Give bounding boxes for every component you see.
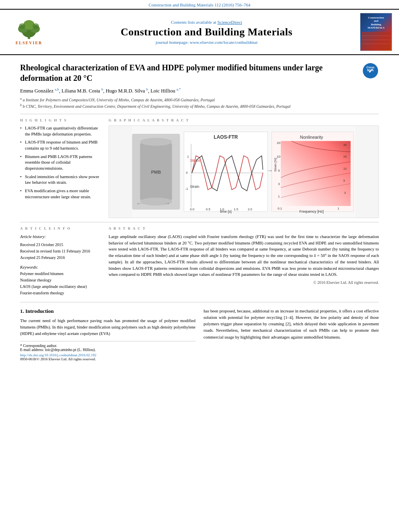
list-item: LAOS (large amplitude oscillatory shear): [20, 283, 101, 290]
svg-text:20: 20: [277, 141, 280, 144]
keywords-title: Keywords:: [20, 265, 101, 269]
svg-text:Frequency [Hz]: Frequency [Hz]: [299, 210, 323, 214]
list-item: Scaled intensities of harmonics show pow…: [20, 174, 101, 186]
svg-text:→: →: [266, 166, 274, 175]
graphical-abstract-image: PMB ← → LAOS-FTR Stress Strain 1 0 -1: [109, 125, 379, 218]
issn-line: 0950-0618/© 2016 Elsevier Ltd. All right…: [20, 357, 195, 361]
svg-text:2.0: 2.0: [248, 207, 253, 211]
svg-text:Cross: Cross: [366, 66, 374, 69]
svg-text:1.5: 1.5: [234, 207, 239, 211]
corresponding-author: * Corresponding author.: [20, 344, 195, 348]
list-item: Nonlinear rheology: [20, 277, 101, 283]
svg-text:1: 1: [278, 195, 280, 198]
abstract-column: A B S T R A C T Large amplitude oscillat…: [109, 226, 379, 296]
received-date: Received 23 October 2015: [20, 242, 101, 248]
journal-homepage: journal homepage: www.elsevier.com/locat…: [57, 40, 356, 45]
svg-text:3: 3: [278, 182, 280, 186]
svg-rect-7: [362, 32, 391, 50]
svg-text:→: →: [164, 200, 171, 207]
list-item: Fourier-transform rheology: [20, 290, 101, 296]
svg-text:LAOS-FTR: LAOS-FTR: [214, 134, 238, 140]
svg-text:0.5: 0.5: [206, 207, 211, 211]
keywords-section: Keywords: Polymer modified bitumen Nonli…: [20, 265, 101, 296]
intro-paragraph-right: has been proposed, because, additional t…: [204, 308, 379, 341]
article-title: Rheological characterization of EVA and …: [20, 62, 379, 83]
article-info-section: A R T I C L E I N F O Article history: R…: [20, 222, 379, 296]
affiliation-b: b b CTAC, Territory, Environment and Con…: [20, 103, 379, 109]
svg-text:20: 20: [343, 155, 347, 158]
graphical-abstract-label: G R A P H I C A L A B S T R A C T: [109, 118, 379, 122]
article-history: Article history: Received 23 October 201…: [20, 234, 101, 261]
svg-text:3: 3: [344, 191, 346, 194]
journal-citation: Construction and Building Materials 112 …: [0, 0, 399, 9]
journal-cover-image: ConstructionandBuildingMATERIALS: [360, 13, 392, 51]
highlights-graphical-section: H I G H L I G H T S LAOS-FTR can quantit…: [20, 118, 379, 218]
highlights-list: LAOS-FTR can quantitatively differentiat…: [20, 125, 101, 200]
svg-point-18: [140, 138, 172, 146]
journal-header-center: Contents lists available at ScienceDirec…: [57, 20, 356, 45]
accepted-date: Accepted 25 February 2016: [20, 255, 101, 261]
svg-text:Strain [%]: Strain [%]: [274, 158, 277, 171]
abstract-text: Large amplitude oscillatory shear (LAOS)…: [109, 234, 379, 278]
intro-left-column: 1. Introduction The current need of high…: [20, 308, 195, 362]
article-info-column: A R T I C L E I N F O Article history: R…: [20, 226, 101, 296]
svg-text:5: 5: [278, 169, 280, 173]
article-container: ✓ Cross Mark Rheological characterizatio…: [0, 55, 399, 365]
intro-heading: 1. Introduction: [20, 308, 195, 314]
introduction-section: 1. Introduction The current need of high…: [20, 308, 379, 362]
affiliations: a a Institute for Polymers and Composite…: [20, 97, 379, 110]
intro-paragraph-left: The current need of high performance pav…: [20, 318, 195, 337]
list-item: Polymer modified bitumen: [20, 271, 101, 277]
svg-text:PMB: PMB: [151, 170, 161, 175]
intro-right-column: has been proposed, because, additional t…: [204, 308, 379, 362]
history-title: Article history:: [20, 234, 101, 240]
svg-text:0: 0: [186, 171, 188, 175]
svg-text:Nonlinearity: Nonlinearity: [300, 135, 323, 140]
sciencedirect-label[interactable]: ScienceDirect: [217, 20, 242, 25]
sciencedirect-link[interactable]: Contents lists available at ScienceDirec…: [57, 20, 356, 25]
svg-text:5: 5: [343, 179, 345, 182]
svg-text:1.0: 1.0: [220, 207, 225, 211]
copyright-line: © 2016 Elsevier Ltd. All rights reserved…: [109, 280, 379, 285]
svg-point-6: [33, 23, 39, 29]
svg-text:40: 40: [343, 143, 347, 146]
highlights-label: H I G H L I G H T S: [20, 118, 101, 122]
graphical-abstract-svg: PMB ← → LAOS-FTR Stress Strain 1 0 -1: [109, 126, 378, 218]
svg-point-5: [19, 23, 25, 29]
elsevier-tree-icon: [11, 19, 47, 40]
footnote-area: * Corresponding author. E-mail address: …: [20, 341, 195, 361]
list-item: LAOS-FTR response of bitumen and PMB con…: [20, 140, 101, 151]
main-divider: [20, 302, 379, 302]
svg-text:Mark: Mark: [367, 69, 374, 72]
crossmark-badge[interactable]: ✓ Cross Mark: [363, 63, 379, 79]
svg-text:0.0: 0.0: [190, 207, 195, 211]
svg-text:1: 1: [187, 155, 189, 158]
section-divider-1: [20, 114, 379, 114]
journal-cover-area: ConstructionandBuildingMATERIALS: [360, 13, 394, 51]
abstract-label: A B S T R A C T: [109, 226, 379, 230]
affiliation-a: a a Institute for Polymers and Composite…: [20, 97, 379, 103]
elsevier-logo-area: ELSEVIER: [5, 19, 53, 45]
svg-text:10: 10: [277, 155, 280, 158]
doi-line[interactable]: http://dx.doi.org/10.1016/j.conbuildmat.…: [20, 353, 195, 357]
svg-text:10: 10: [343, 167, 347, 170]
svg-text:1: 1: [337, 207, 339, 210]
revised-date: Received in revised form 11 February 201…: [20, 248, 101, 255]
citation-text: Construction and Building Materials 112 …: [148, 2, 250, 7]
article-info-label: A R T I C L E I N F O: [20, 226, 101, 230]
journal-header: ELSEVIER Contents lists available at Sci…: [0, 9, 399, 55]
elsevier-text: ELSEVIER: [16, 41, 43, 45]
svg-text:Strain: Strain: [190, 184, 199, 188]
svg-text:←: ←: [136, 200, 142, 207]
svg-text:-1: -1: [185, 187, 188, 190]
graphical-abstract-column: G R A P H I C A L A B S T R A C T PMB ←: [109, 118, 379, 218]
cover-decoration: [362, 32, 391, 50]
keywords-list: Polymer modified bitumen Nonlinear rheol…: [20, 271, 101, 296]
journal-title: Construction and Building Materials: [57, 26, 356, 38]
crossmark-icon: ✓ Cross Mark: [363, 63, 378, 78]
list-item: Bitumen and PMB LAOS-FTR patterns resemb…: [20, 154, 101, 172]
list-item: LAOS-FTR can quantitatively differentiat…: [20, 125, 101, 137]
list-item: EVA modification gives a more stable mic…: [20, 188, 101, 200]
svg-text:0.1: 0.1: [278, 207, 282, 210]
email-line: E-mail address: loic@dep.uminho.pt (L. H…: [20, 348, 195, 352]
